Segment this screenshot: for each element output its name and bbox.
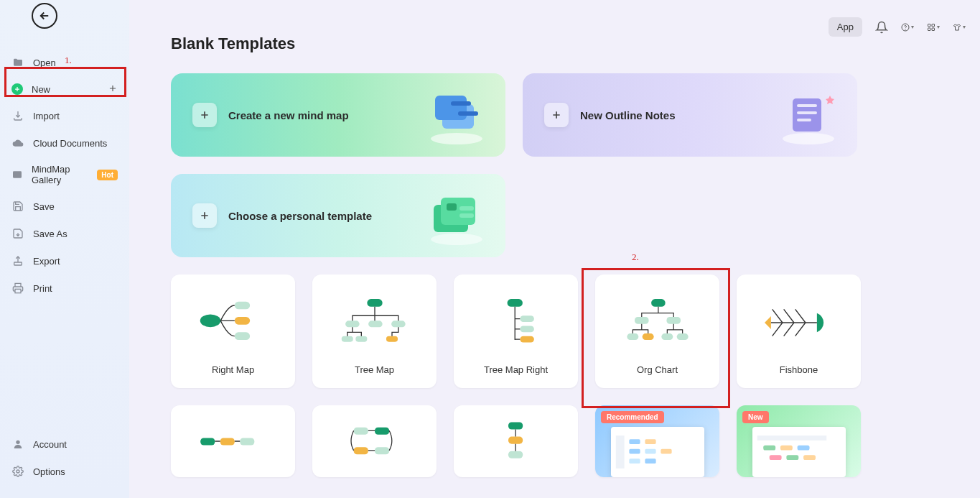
svg-rect-68 bbox=[763, 446, 775, 451]
new-outline-card[interactable]: New Outline Notes bbox=[523, 73, 857, 157]
svg-rect-63 bbox=[645, 449, 655, 454]
sidebar-item-saveas[interactable]: Save As bbox=[0, 220, 129, 247]
sidebar: Open New Import Cloud Documents MindMap … bbox=[0, 0, 129, 498]
org-chart-icon bbox=[595, 275, 719, 364]
main-content: Blank Templates Create a new mind map Ne… bbox=[129, 0, 980, 498]
plus-circle-icon bbox=[11, 83, 23, 95]
svg-rect-7 bbox=[14, 262, 22, 265]
tile-recommended[interactable]: Recommended bbox=[595, 405, 719, 477]
page-title: Blank Templates bbox=[171, 34, 946, 53]
svg-rect-70 bbox=[797, 446, 809, 451]
help-icon[interactable]: ▾ bbox=[901, 21, 914, 34]
plus-icon bbox=[192, 103, 217, 127]
svg-rect-62 bbox=[629, 449, 640, 454]
svg-rect-55 bbox=[375, 447, 389, 454]
svg-rect-71 bbox=[769, 455, 781, 460]
gear-icon bbox=[11, 465, 24, 478]
import-icon bbox=[11, 109, 24, 122]
tile-horizontal-map[interactable] bbox=[171, 405, 295, 477]
hot-badge: Hot bbox=[97, 170, 118, 180]
sidebar-item-new[interactable]: New bbox=[0, 76, 129, 102]
svg-rect-34 bbox=[391, 321, 406, 327]
svg-rect-51 bbox=[240, 438, 254, 445]
svg-rect-33 bbox=[368, 321, 383, 327]
svg-rect-41 bbox=[520, 336, 534, 342]
svg-rect-43 bbox=[635, 317, 649, 324]
sidebar-item-account[interactable]: Account bbox=[0, 430, 129, 458]
svg-rect-57 bbox=[508, 437, 523, 444]
back-button[interactable] bbox=[32, 3, 57, 29]
annotation-two: 2. bbox=[632, 252, 639, 263]
sidebar-item-import[interactable]: Import bbox=[0, 102, 129, 129]
tree-map-icon bbox=[312, 275, 437, 364]
svg-rect-38 bbox=[507, 299, 522, 307]
tile-label: Tree Map bbox=[355, 364, 394, 388]
svg-rect-72 bbox=[786, 455, 798, 460]
svg-rect-44 bbox=[666, 317, 681, 324]
print-icon bbox=[11, 282, 24, 295]
bell-icon[interactable] bbox=[875, 21, 888, 34]
svg-rect-54 bbox=[353, 447, 368, 454]
svg-rect-42 bbox=[651, 299, 666, 307]
svg-rect-17 bbox=[793, 98, 821, 132]
svg-rect-61 bbox=[645, 439, 655, 444]
svg-rect-36 bbox=[355, 336, 367, 341]
sidebar-item-label: Cloud Documents bbox=[33, 138, 107, 149]
cloud-icon bbox=[11, 137, 24, 149]
svg-point-10 bbox=[17, 470, 19, 473]
svg-rect-13 bbox=[435, 96, 467, 120]
svg-rect-2 bbox=[928, 24, 931, 27]
tile-label: Tree Map Right bbox=[484, 364, 548, 388]
sidebar-item-print[interactable]: Print bbox=[0, 275, 129, 302]
svg-rect-19 bbox=[797, 111, 817, 114]
svg-rect-20 bbox=[797, 119, 811, 121]
card-label: Create a new mind map bbox=[228, 109, 349, 121]
tile-org-chart[interactable]: Org Chart bbox=[595, 275, 719, 388]
annotation-one: 1. bbox=[65, 55, 72, 66]
tile-tree-map-right[interactable]: Tree Map Right bbox=[454, 275, 578, 388]
svg-rect-29 bbox=[234, 332, 249, 340]
tile-tree-map[interactable]: Tree Map bbox=[312, 275, 437, 388]
mindmap-illustration-icon bbox=[421, 83, 493, 147]
svg-rect-53 bbox=[375, 428, 389, 435]
template-illustration-icon bbox=[421, 183, 493, 248]
svg-rect-58 bbox=[508, 451, 523, 458]
svg-point-21 bbox=[431, 234, 482, 245]
tile-loop-map[interactable] bbox=[312, 405, 437, 477]
recommended-badge: Recommended bbox=[601, 411, 664, 423]
saveas-icon bbox=[11, 227, 24, 240]
svg-rect-50 bbox=[220, 438, 234, 445]
svg-point-16 bbox=[783, 133, 834, 144]
sidebar-item-options[interactable]: Options bbox=[0, 458, 129, 485]
tile-right-map[interactable]: Right Map bbox=[171, 275, 295, 388]
save-icon bbox=[11, 200, 24, 213]
svg-rect-39 bbox=[520, 315, 534, 322]
sidebar-item-save[interactable]: Save bbox=[0, 193, 129, 220]
tile-vertical-map[interactable] bbox=[454, 405, 578, 477]
apps-grid-icon[interactable]: ▾ bbox=[927, 21, 940, 34]
svg-point-9 bbox=[16, 441, 19, 444]
svg-rect-73 bbox=[803, 455, 816, 460]
sidebar-item-export[interactable]: Export bbox=[0, 247, 129, 275]
svg-rect-60 bbox=[629, 439, 640, 444]
svg-rect-26 bbox=[459, 213, 474, 218]
user-icon bbox=[11, 438, 24, 451]
tile-fishbone[interactable]: Fishbone bbox=[737, 275, 861, 388]
gallery-icon bbox=[11, 168, 23, 181]
tile-new[interactable]: New bbox=[737, 405, 861, 477]
svg-rect-69 bbox=[780, 446, 792, 451]
sidebar-item-label: MindMap Gallery bbox=[32, 164, 88, 185]
svg-rect-14 bbox=[451, 101, 471, 106]
create-mindmap-card[interactable]: Create a new mind map bbox=[171, 73, 505, 157]
sidebar-item-cloud[interactable]: Cloud Documents bbox=[0, 129, 129, 157]
choose-template-card[interactable]: Choose a personal template bbox=[171, 174, 505, 257]
tile-label: Right Map bbox=[212, 364, 254, 388]
export-icon bbox=[11, 254, 24, 267]
svg-point-1 bbox=[905, 29, 906, 29]
tile-label: Org Chart bbox=[637, 364, 678, 388]
sidebar-item-gallery[interactable]: MindMap Gallery Hot bbox=[0, 157, 129, 193]
shirt-icon[interactable]: ▾ bbox=[953, 21, 966, 34]
svg-point-11 bbox=[431, 133, 482, 144]
app-button[interactable]: App bbox=[829, 17, 862, 37]
preview-canvas-icon bbox=[611, 427, 704, 477]
